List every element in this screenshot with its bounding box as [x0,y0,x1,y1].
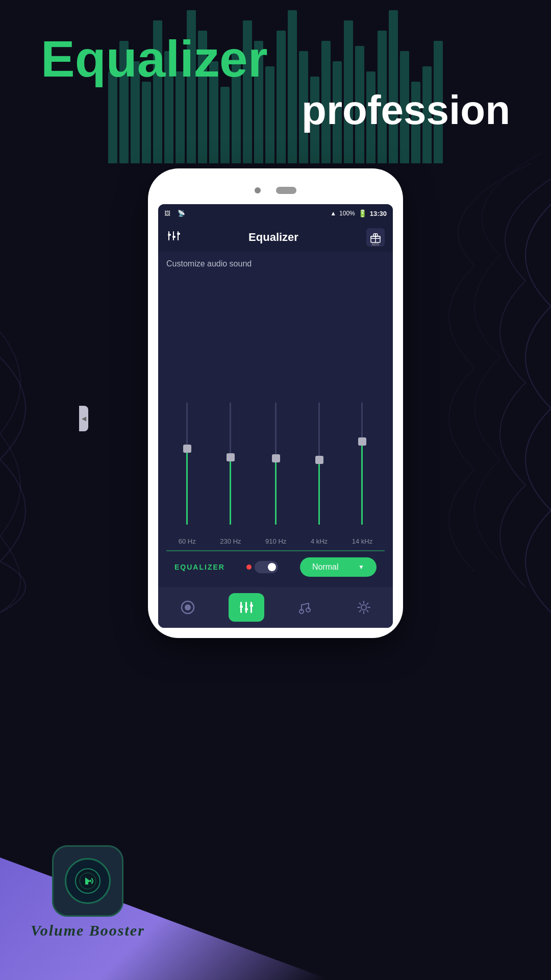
track-910hz[interactable] [275,402,277,525]
signal-bars: ▲ [330,210,336,217]
slider-track-230hz[interactable] [223,402,238,532]
slider-230hz[interactable]: 230 Hz [220,402,241,545]
ads-label: ADS [372,242,379,246]
nav-equalizer-button[interactable] [229,593,264,622]
volume-booster-app-icon[interactable] [52,845,123,917]
app-title-white: profession [41,87,510,134]
track-14khz[interactable] [361,402,363,525]
battery-icon: 🔋 [358,209,367,217]
status-bar: 🖼 📡 ▲ 100% 🔋 13:30 [158,204,393,223]
svg-rect-16 [250,604,253,607]
fill-14khz [361,442,363,525]
dropdown-arrow-icon: ▼ [358,564,364,571]
nav-record-button[interactable] [170,593,206,622]
clock: 13:30 [370,210,387,217]
thumb-14khz[interactable] [358,437,366,446]
sliders-container: 60 Hz 230 Hz [166,279,385,550]
eq-toggle[interactable] [246,561,278,573]
app-header: Equalizer ADS [158,223,393,252]
app-name-label: Volume Booster [31,922,145,939]
side-arrow[interactable]: ◀ [79,406,88,431]
svg-point-19 [361,605,366,610]
track-60hz[interactable] [186,402,188,525]
phone-screen: 🖼 📡 ▲ 100% 🔋 13:30 [158,204,393,628]
label-60hz: 60 Hz [179,537,196,545]
fill-4khz [318,460,320,525]
eq-divider [166,550,385,551]
phone-speaker [276,187,296,194]
signal-status-icon: 📡 [178,210,187,217]
svg-rect-13 [245,602,247,613]
slider-14khz[interactable]: 14 kHz [352,402,372,545]
svg-rect-5 [177,233,180,235]
track-4khz[interactable] [318,402,320,525]
background-waves-left [0,306,102,612]
preset-dropdown[interactable]: Normal ▼ [300,557,377,577]
label-4khz: 4 kHz [311,537,328,545]
status-right: ▲ 100% 🔋 13:30 [330,209,387,217]
svg-rect-3 [172,236,176,238]
gift-ads-button[interactable]: ADS [366,228,385,247]
label-14khz: 14 kHz [352,537,372,545]
eq-sliders-area: 60 Hz 230 Hz [158,274,393,587]
slider-track-4khz[interactable] [312,402,327,532]
nav-settings-button[interactable] [346,593,382,622]
nav-music-button[interactable] [287,593,323,622]
toggle-indicator [246,565,252,570]
phone-mockup: 🖼 📡 ▲ 100% 🔋 13:30 [148,168,403,638]
arrow-icon: ◀ [82,415,86,422]
slider-4khz[interactable]: 4 kHz [311,402,328,545]
slider-track-14khz[interactable] [355,402,370,532]
app-icon-inner [65,858,111,904]
slider-track-910hz[interactable] [268,402,284,532]
preset-label: Normal [312,562,339,572]
battery-percent: 100% [339,210,355,217]
track-230hz[interactable] [230,402,231,525]
thumb-910hz[interactable] [272,454,280,462]
front-camera [255,187,261,193]
thumb-230hz[interactable] [227,453,235,461]
image-status-icon: 🖼 [164,210,173,217]
svg-rect-12 [240,605,243,608]
app-icon-area: Volume Booster [31,845,145,939]
status-left: 🖼 📡 [164,210,187,217]
customize-subtitle: Customize audio sound [158,252,393,274]
toggle-knob [268,563,276,571]
app-title-green: Equalizer [41,31,510,87]
title-area: Equalizer profession [41,31,510,134]
fill-910hz [275,458,277,525]
toggle-switch[interactable] [255,561,278,573]
bottom-nav [158,587,393,628]
eq-section-label: EQUALIZER [174,563,225,571]
phone-camera-area [158,179,393,202]
svg-rect-1 [168,234,171,236]
svg-rect-15 [251,602,252,613]
slider-910hz[interactable]: 910 Hz [265,402,286,545]
eq-control-row: EQUALIZER Normal ▼ [166,557,385,587]
label-910hz: 910 Hz [265,537,286,545]
app-header-title: Equalizer [248,231,298,244]
thumb-60hz[interactable] [183,445,191,453]
fill-60hz [186,449,188,525]
svg-point-10 [185,604,191,610]
slider-60hz[interactable]: 60 Hz [179,402,196,545]
slider-track-60hz[interactable] [180,402,195,532]
equalizer-sliders-icon[interactable] [166,229,181,246]
svg-rect-14 [245,608,248,610]
fill-230hz [230,457,231,525]
thumb-4khz[interactable] [315,456,323,464]
label-230hz: 230 Hz [220,537,241,545]
svg-rect-4 [178,231,179,240]
